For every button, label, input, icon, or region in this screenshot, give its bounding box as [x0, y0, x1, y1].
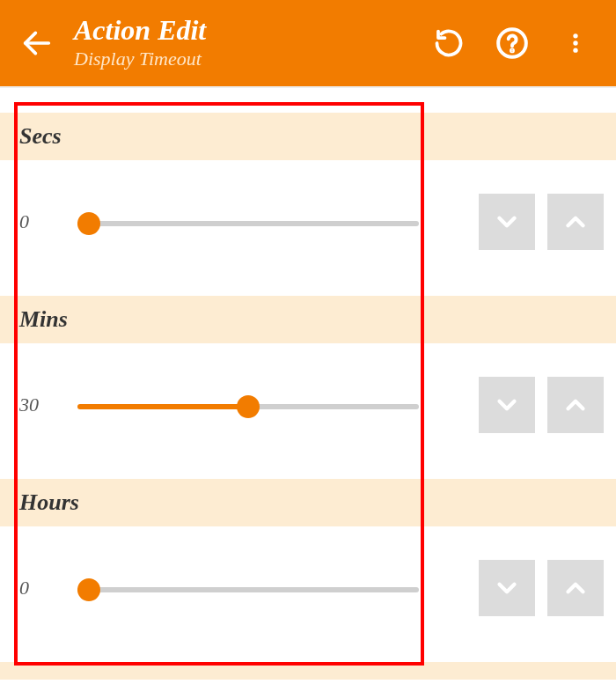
mins-row: 30	[0, 343, 616, 467]
chevron-down-icon	[492, 390, 522, 420]
page-title: Action Edit	[74, 16, 429, 44]
hours-decrement-button[interactable]	[479, 560, 535, 616]
svg-point-4	[573, 40, 577, 45]
secs-label: Secs	[0, 113, 616, 160]
help-icon	[495, 26, 529, 60]
chevron-up-icon	[561, 390, 590, 420]
content-area: Secs 0 Mins 30	[0, 88, 616, 684]
mins-decrement-button[interactable]	[479, 377, 535, 433]
mins-value: 30	[19, 393, 77, 416]
secs-decrement-button[interactable]	[479, 194, 535, 250]
hours-row: 0	[0, 526, 616, 650]
secs-row: 0	[0, 160, 616, 283]
reset-button[interactable]	[429, 24, 468, 63]
secs-increment-button[interactable]	[547, 194, 604, 250]
hours-slider[interactable]	[77, 587, 419, 592]
chevron-down-icon	[492, 573, 522, 603]
secs-slider[interactable]	[77, 221, 419, 226]
hours-value: 0	[19, 577, 77, 599]
chevron-up-icon	[561, 207, 590, 237]
back-button[interactable]	[5, 0, 69, 86]
more-vert-icon	[563, 27, 588, 59]
mins-slider[interactable]	[77, 404, 419, 409]
undo-icon	[433, 27, 465, 59]
secs-value: 0	[19, 210, 77, 233]
arrow-left-icon	[19, 26, 55, 61]
hours-label: Hours	[0, 479, 616, 526]
bottom-bar	[0, 662, 616, 680]
overflow-menu-button[interactable]	[556, 24, 595, 63]
hours-increment-button[interactable]	[547, 560, 604, 616]
mins-label: Mins	[0, 296, 616, 343]
chevron-down-icon	[492, 207, 522, 237]
svg-point-2	[511, 49, 513, 51]
mins-increment-button[interactable]	[547, 377, 604, 433]
svg-point-3	[573, 33, 577, 38]
svg-point-5	[573, 48, 577, 52]
page-subtitle: Display Timeout	[74, 48, 429, 70]
app-bar: Action Edit Display Timeout	[0, 0, 616, 86]
chevron-up-icon	[561, 573, 590, 603]
help-button[interactable]	[493, 24, 532, 63]
